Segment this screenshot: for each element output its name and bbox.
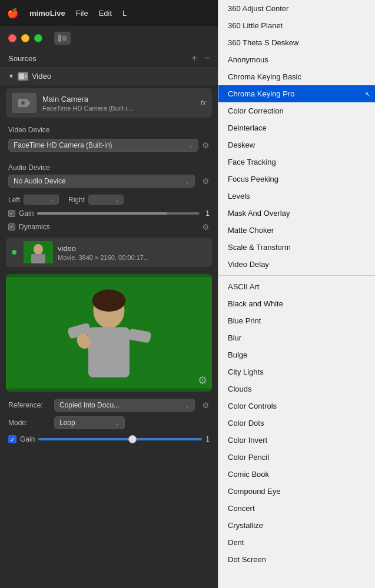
left-dropdown[interactable]: ⌄	[24, 195, 59, 205]
video-group-label: Video	[32, 72, 51, 81]
menu-item-clouds[interactable]: Clouds	[218, 380, 375, 397]
menu-item-360-little-planet[interactable]: 360 Little Planet	[218, 17, 375, 34]
dynamics-gear-icon[interactable]: ⚙	[202, 222, 210, 232]
menu-item-scale-transform[interactable]: Scale & Transform	[218, 239, 375, 256]
group-expand-icon: ▼	[8, 73, 14, 79]
gain-slider[interactable]	[37, 212, 200, 215]
menu-item-360-adjust-center[interactable]: 360 Adjust Center	[218, 0, 375, 17]
menu-item-concert[interactable]: Concert	[218, 500, 375, 517]
checkmark-icon: ✓	[9, 224, 14, 230]
gain2-checkbox[interactable]: ✓	[8, 435, 16, 443]
menu-item-focus-peeking[interactable]: Focus Peeking	[218, 171, 375, 188]
chevron-down-icon: ⌄	[188, 142, 193, 149]
chevron-down-icon: ⌄	[115, 196, 120, 203]
dynamics-checkbox[interactable]: ✓	[8, 223, 15, 230]
chevron-down-icon: ⌄	[185, 178, 190, 185]
menu-item-ascii-art[interactable]: ASCII Art	[218, 278, 375, 295]
svg-marker-9	[28, 101, 30, 105]
svg-rect-12	[31, 254, 45, 263]
menu-item-deinterlace[interactable]: Deinterlace	[218, 119, 375, 136]
gain-label: Gain	[19, 209, 34, 218]
menu-item-bulge[interactable]: Bulge	[218, 346, 375, 363]
audio-device-gear-icon[interactable]: ⚙	[202, 176, 210, 186]
menu-item-deskew[interactable]: Deskew	[218, 136, 375, 153]
menu-divider	[218, 275, 375, 276]
maximize-button[interactable]	[34, 34, 42, 42]
menu-item-color-correction[interactable]: Color Correction	[218, 102, 375, 119]
apple-menu[interactable]: 🍎	[7, 8, 19, 19]
svg-marker-5	[25, 75, 27, 78]
gain2-slider[interactable]	[38, 438, 202, 440]
active-indicator	[12, 250, 16, 255]
reference-label: Reference:	[8, 401, 51, 409]
gain-checkbox[interactable]: ✓	[8, 210, 15, 217]
video-device-control-row: FaceTime HD Camera (Built-in) ⌄ ⚙	[8, 139, 210, 152]
menu-item-video-delay[interactable]: Video Delay	[218, 256, 375, 273]
menu-item-blur[interactable]: Blur	[218, 329, 375, 346]
svg-rect-1	[62, 36, 67, 37]
video-group-icon	[18, 72, 28, 81]
video-source-item[interactable]: video Movie. 3840 × 2160. 00:00:17...	[6, 238, 212, 267]
minimize-button[interactable]	[21, 34, 29, 42]
mode-label: Mode:	[8, 419, 51, 427]
svg-rect-2	[62, 38, 67, 39]
app-name[interactable]: mimoLive	[29, 9, 65, 18]
bottom-gain-row: ✓ Gain 1	[0, 432, 218, 447]
gain-value: 1	[205, 209, 210, 218]
l-menu[interactable]: L	[122, 9, 127, 18]
menu-item-black-and-white[interactable]: Black and White	[218, 295, 375, 312]
svg-point-8	[22, 102, 24, 104]
menu-item-city-lights[interactable]: City Lights	[218, 363, 375, 380]
menu-item-color-invert[interactable]: Color Invert	[218, 432, 375, 449]
fx-badge[interactable]: fx	[201, 99, 206, 107]
right-dropdown[interactable]: ⌄	[88, 195, 124, 205]
menu-item-blue-print[interactable]: Blue Print	[218, 312, 375, 329]
file-menu[interactable]: File	[76, 9, 88, 18]
menu-item-comic-book[interactable]: Comic Book	[218, 466, 375, 483]
sidebar-toggle[interactable]	[54, 32, 71, 45]
camera-thumb	[12, 93, 36, 113]
filter-group-2: ASCII ArtBlack and WhiteBlue PrintBlurBu…	[218, 278, 375, 568]
right-label: Right	[68, 196, 85, 204]
sources-title: Sources	[8, 54, 36, 63]
menu-item-levels[interactable]: Levels	[218, 188, 375, 205]
preview-gear-icon[interactable]: ⚙	[198, 374, 207, 387]
menu-item-mask-and-overlay[interactable]: Mask And Overlay	[218, 205, 375, 222]
menu-item-dent[interactable]: Dent	[218, 534, 375, 551]
video-device-gear-icon[interactable]: ⚙	[202, 141, 210, 150]
svg-rect-4	[19, 74, 24, 79]
add-source-button[interactable]: +	[191, 53, 197, 64]
video-group-header[interactable]: ▼ Video	[0, 68, 218, 85]
menu-item-color-dots[interactable]: Color Dots	[218, 415, 375, 432]
menu-item-dot-screen[interactable]: Dot Screen	[218, 551, 375, 568]
menu-item-color-controls[interactable]: Color Controls	[218, 397, 375, 415]
menu-item-crystallize[interactable]: Crystallize	[218, 517, 375, 534]
menu-item-chroma-keying-basic[interactable]: Chroma Keying Basic	[218, 68, 375, 85]
reference-dropdown[interactable]: Copied into Docu... ⌄	[54, 399, 195, 412]
menu-item-compound-eye[interactable]: Compound Eye	[218, 483, 375, 500]
camera-sub: FaceTime HD Camera (Built-i...	[42, 105, 195, 112]
collapse-sources-button[interactable]: −	[204, 53, 210, 64]
menu-item-360-theta-s-deskew[interactable]: 360 Theta S Deskew	[218, 34, 375, 51]
dynamics-row: ✓ Dynamics ⚙	[0, 220, 218, 234]
edit-menu[interactable]: Edit	[99, 9, 112, 18]
menu-item-color-pencil[interactable]: Color Pencil	[218, 449, 375, 466]
sources-header: Sources + −	[0, 49, 218, 68]
reference-gear-icon[interactable]: ⚙	[202, 400, 210, 410]
menu-item-chroma-keying-pro[interactable]: Chroma Keying Pro↖	[218, 85, 375, 102]
camera-info: Main Camera FaceTime HD Camera (Built-i.…	[42, 95, 195, 112]
menu-item-matte-choker[interactable]: Matte Choker	[218, 222, 375, 239]
video-info: video Movie. 3840 × 2160. 00:00:17...	[58, 244, 206, 261]
audio-device-section: Audio Device No Audio Device ⌄ ⚙	[0, 161, 218, 192]
mode-dropdown[interactable]: Loop ⌄	[54, 416, 125, 429]
menu-item-anonymous[interactable]: Anonymous	[218, 51, 375, 68]
video-device-dropdown[interactable]: FaceTime HD Camera (Built-in) ⌄	[8, 139, 198, 152]
close-button[interactable]	[8, 34, 16, 42]
sources-actions: + −	[191, 53, 210, 64]
audio-device-dropdown[interactable]: No Audio Device ⌄	[8, 175, 195, 188]
window-controls	[0, 26, 218, 49]
menu-item-face-tracking[interactable]: Face Tracking	[218, 153, 375, 171]
main-camera-source[interactable]: Main Camera FaceTime HD Camera (Built-i.…	[6, 88, 212, 118]
checkmark-icon: ✓	[9, 211, 14, 216]
mode-row: Mode: Loop ⌄	[0, 414, 218, 432]
